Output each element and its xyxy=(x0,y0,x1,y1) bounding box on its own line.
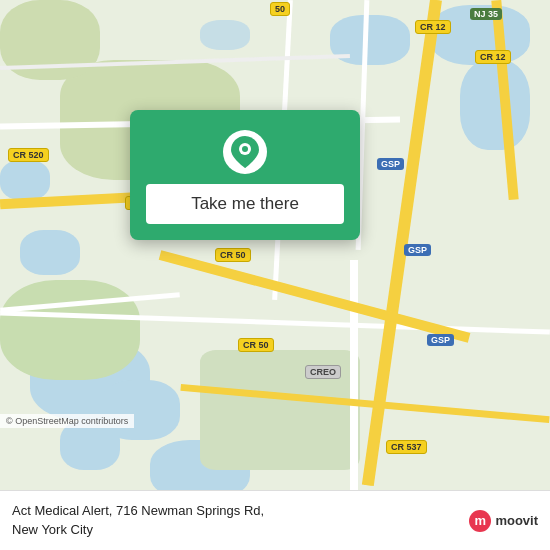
action-card: Take me there xyxy=(130,110,360,240)
road-badge-creo: CREO xyxy=(305,365,341,379)
road-badge-cr537: CR 537 xyxy=(386,440,427,454)
road-badge-cr50a: CR 50 xyxy=(215,248,251,262)
road-badge-cr12b: CR 12 xyxy=(475,50,511,64)
road-badge-gsp3: GSP xyxy=(427,334,454,346)
pin-icon xyxy=(231,136,259,168)
location-pin xyxy=(223,130,267,174)
osm-text: © OpenStreetMap contributors xyxy=(6,416,128,426)
road-badge-cr12a: CR 12 xyxy=(415,20,451,34)
road-badge-gsp1: GSP xyxy=(377,158,404,170)
address-line1: Act Medical Alert, 716 Newman Springs Rd… xyxy=(12,503,264,518)
bottom-bar: Act Medical Alert, 716 Newman Springs Rd… xyxy=(0,490,550,550)
moovit-logo: m moovit xyxy=(469,510,538,532)
road-badge-cr520a: CR 520 xyxy=(8,148,49,162)
osm-attribution: © OpenStreetMap contributors xyxy=(0,414,134,428)
location-pin-container xyxy=(223,130,267,174)
moovit-text: moovit xyxy=(495,513,538,528)
address-text: Act Medical Alert, 716 Newman Springs Rd… xyxy=(12,502,469,538)
take-me-there-button[interactable]: Take me there xyxy=(146,184,344,224)
svg-point-1 xyxy=(242,146,248,152)
moovit-icon: m xyxy=(469,510,491,532)
road-badge-cr50b: CR 50 xyxy=(238,338,274,352)
address-line2: New York City xyxy=(12,522,93,537)
road-badge-50: 50 xyxy=(270,2,290,16)
road-badge-nj35: NJ 35 xyxy=(470,8,502,20)
road-badge-gsp2: GSP xyxy=(404,244,431,256)
map-container: 50 NJ 35 CR 12 CR 12 CR 520 CR 520 CR 50… xyxy=(0,0,550,490)
